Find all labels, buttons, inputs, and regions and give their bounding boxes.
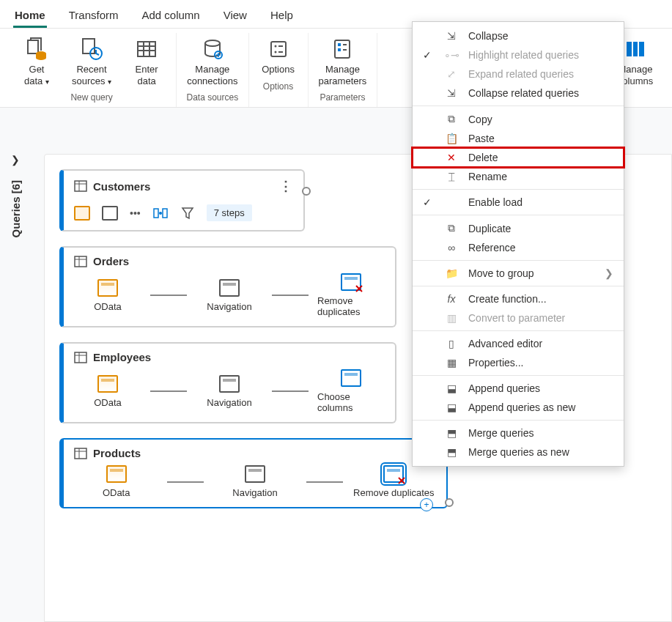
ellipsis-icon: ••• — [130, 207, 141, 219]
more-menu-button[interactable]: ⋮ — [279, 178, 293, 194]
step-odata[interactable]: OData — [74, 279, 141, 312]
highlight-icon: ∘⊸ — [443, 49, 459, 61]
svg-rect-19 — [338, 43, 341, 46]
parameter-icon: ▥ — [443, 312, 459, 324]
step-remove-duplicates[interactable]: Remove duplicates — [317, 273, 385, 317]
svg-rect-4 — [83, 39, 95, 53]
merge-icon — [152, 206, 169, 221]
duplicate-icon: ⧉ — [443, 222, 459, 234]
svg-rect-13 — [271, 42, 286, 56]
ctx-move-to-group[interactable]: 📁Move to group❯ — [413, 264, 624, 283]
ribbon-group-new-query: Get data ▾ Recent sources ▾ Enter data N… — [7, 33, 177, 107]
ctx-merge-queries-new[interactable]: ⬒Merge queries as new — [413, 443, 624, 462]
ctx-expand-related: ⤢Expand related queries — [413, 64, 624, 84]
recent-sources-button[interactable]: Recent sources ▾ — [69, 33, 114, 89]
enter-data-label: Enter data — [136, 64, 158, 86]
ctx-highlight-related: ✓∘⊸Highlight related queries — [413, 45, 624, 64]
expand-icon: ⤢ — [443, 68, 459, 80]
options-button[interactable]: Options — [256, 33, 300, 78]
enter-data-button[interactable]: Enter data — [125, 33, 169, 89]
step-navigation[interactable]: Navigation — [196, 279, 263, 312]
svg-rect-26 — [75, 181, 86, 191]
query-title: Customers — [93, 180, 150, 193]
ctx-enable-load[interactable]: ✓Enable load — [413, 193, 624, 212]
group-label-new-query: New query — [70, 89, 112, 107]
get-data-button[interactable]: Get data ▾ — [15, 33, 59, 89]
delete-icon: ✕ — [443, 152, 459, 163]
ctx-properties[interactable]: ▦Properties... — [413, 353, 624, 372]
svg-rect-18 — [335, 40, 350, 58]
columns-icon — [622, 36, 649, 62]
parameters-icon — [329, 36, 355, 62]
add-step-button[interactable]: + — [420, 498, 433, 511]
fx-icon: fx — [443, 293, 459, 305]
svg-point-16 — [274, 51, 276, 53]
query-title: Employees — [93, 351, 151, 363]
context-menu: ⇲Collapse ✓∘⊸Highlight related queries ⤢… — [412, 21, 624, 467]
manage-parameters-button[interactable]: Manage parameters — [316, 33, 370, 89]
tab-add-column[interactable]: Add column — [140, 4, 201, 28]
ctx-merge-queries[interactable]: ⬒Merge queries — [413, 423, 624, 443]
step-odata[interactable]: OData — [74, 465, 158, 498]
properties-icon: ▦ — [443, 357, 459, 369]
copy-icon: ⧉ — [443, 113, 459, 125]
step-navigation[interactable]: Navigation — [196, 375, 263, 408]
merge-icon: ⬒ — [443, 427, 459, 439]
manage-parameters-label: Manage parameters — [319, 64, 367, 86]
ctx-append-queries-new[interactable]: ⬓Append queries as new — [413, 398, 624, 417]
ctx-collapse[interactable]: ⇲Collapse — [413, 26, 624, 45]
query-title: Orders — [93, 255, 129, 267]
svg-rect-29 — [154, 209, 158, 218]
queries-label[interactable]: Queries [6] — [10, 180, 22, 237]
queries-rail: ❯ Queries [6] — [4, 154, 26, 237]
step-icon — [102, 206, 118, 221]
merge-new-icon: ⬒ — [443, 446, 459, 458]
tab-help[interactable]: Help — [269, 4, 295, 28]
svg-rect-0 — [28, 40, 38, 53]
rename-icon: ⌶ — [443, 171, 459, 182]
source-icon — [74, 206, 90, 221]
query-card-products[interactable]: Products OData Navigation Remove duplica… — [59, 438, 448, 508]
ctx-paste[interactable]: 📋Paste — [413, 129, 624, 148]
ctx-duplicate[interactable]: ⧉Duplicate — [413, 218, 624, 238]
svg-rect-38 — [75, 448, 86, 459]
svg-point-3 — [36, 56, 46, 60]
tab-view[interactable]: View — [222, 4, 248, 28]
chevron-right-icon: ❯ — [605, 267, 613, 279]
expand-queries-button[interactable]: ❯ — [11, 154, 20, 166]
svg-rect-6 — [138, 42, 155, 56]
ctx-rename[interactable]: ⌶Rename — [413, 167, 624, 186]
options-label: Options — [262, 64, 295, 75]
ctx-copy[interactable]: ⧉Copy — [413, 109, 624, 129]
query-card-employees[interactable]: Employees OData Navigation Choose column… — [59, 342, 396, 423]
step-remove-duplicates[interactable]: Remove duplicates — [352, 465, 436, 498]
ctx-delete[interactable]: ✕Delete — [413, 148, 624, 167]
tab-transform[interactable]: Transform — [67, 4, 120, 28]
manage-connections-button[interactable]: Manage connections — [184, 33, 240, 89]
tab-home[interactable]: Home — [13, 4, 47, 28]
svg-rect-35 — [75, 352, 86, 363]
connections-icon — [199, 36, 226, 62]
ctx-append-queries[interactable]: ⬓Append queries — [413, 379, 624, 398]
collapse-rel-icon: ⇲ — [443, 87, 459, 99]
table-icon — [74, 256, 87, 267]
step-navigation[interactable]: Navigation — [213, 465, 297, 498]
ctx-create-function[interactable]: fxCreate function... — [413, 289, 624, 308]
ctx-advanced-editor[interactable]: ▯Advanced editor — [413, 334, 624, 353]
step-choose-columns[interactable]: Choose columns — [317, 369, 385, 413]
step-odata[interactable]: OData — [74, 375, 141, 408]
recent-sources-label: Recent sources ▾ — [72, 64, 111, 86]
output-node[interactable] — [445, 498, 454, 507]
ribbon-group-parameters: Manage parameters Parameters — [309, 33, 378, 107]
svg-point-14 — [274, 45, 276, 48]
ribbon-group-data-sources: Manage connections Data sources — [177, 33, 248, 107]
ribbon-group-options: Options Options — [249, 33, 309, 107]
query-card-customers[interactable]: Customers ⋮ ••• 7 steps — [59, 169, 305, 232]
filter-icon — [180, 206, 195, 221]
group-label-data-sources: Data sources — [187, 89, 239, 107]
ctx-collapse-related[interactable]: ⇲Collapse related queries — [413, 84, 624, 103]
output-node[interactable] — [302, 187, 311, 196]
ctx-reference[interactable]: ∞Reference — [413, 238, 624, 257]
steps-badge[interactable]: 7 steps — [207, 204, 252, 221]
query-card-orders[interactable]: Orders OData Navigation Remove duplicate… — [59, 246, 396, 327]
